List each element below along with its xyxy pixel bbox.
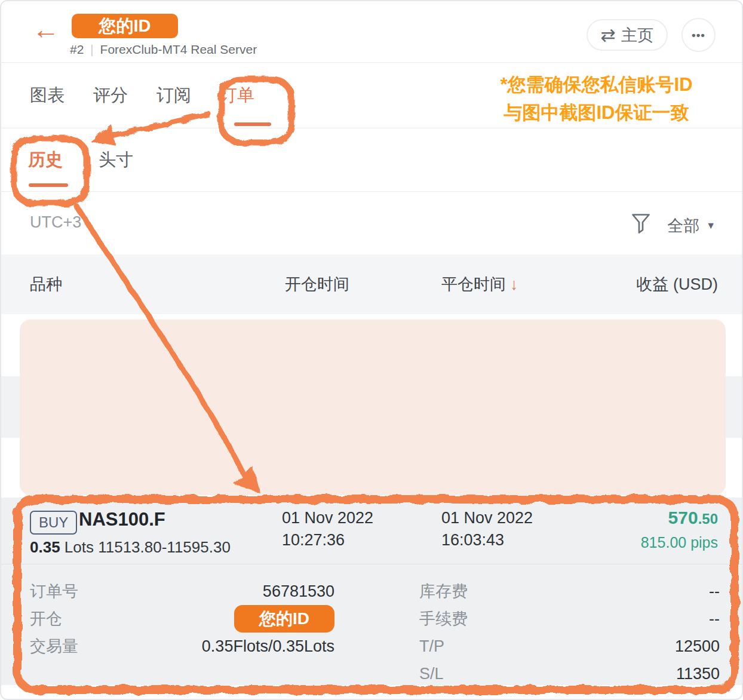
back-icon[interactable]: ← (32, 16, 60, 43)
column-profit: 收益 (USD) (637, 274, 719, 295)
header: ← 您的ID #2 | ForexClub-MT4 Real Server ⇄ … (1, 1, 742, 63)
redacted-area (20, 320, 726, 495)
detail-row-stoploss: S/L 11350 (419, 660, 720, 687)
detail-value: 56781530 (263, 582, 334, 601)
timezone-label: UTC+3 (30, 213, 81, 232)
filter-dropdown[interactable]: 全部 ▼ (667, 215, 716, 237)
open-date: 01 Nov 2022 (282, 507, 373, 529)
subtab-positions[interactable]: 头寸 (99, 148, 133, 172)
detail-row-commission: 手续费 -- (419, 605, 720, 633)
server-name: ForexClub-MT4 Real Server (100, 42, 257, 57)
home-button-label: 主页 (621, 24, 653, 46)
detail-value: 11350 (676, 665, 720, 683)
detail-value: 12500 (675, 637, 720, 656)
detail-value: 0.35Flots/0.35Lots (202, 637, 334, 656)
trading-app-window: ← 您的ID #2 | ForexClub-MT4 Real Server ⇄ … (0, 0, 743, 700)
detail-label: 交易量 (30, 635, 78, 657)
detail-row-volume: 交易量 0.35Flots/0.35Lots (30, 633, 334, 660)
more-options-button[interactable]: ••• (681, 18, 716, 52)
annotation-line2: 与图中截图ID保证一致 (484, 99, 708, 127)
home-button[interactable]: ⇄ 主页 (587, 19, 668, 51)
account-number: #2 (70, 42, 84, 57)
column-close-time-label: 平仓时间 (441, 274, 506, 295)
detail-label: 手续费 (419, 608, 468, 630)
account-id-badge: 您的ID (72, 14, 178, 38)
column-open-time: 开仓时间 (285, 274, 349, 295)
account-id-badge-small: 您的ID (234, 605, 334, 633)
order-close-time: 01 Nov 2022 16:03:43 (441, 507, 533, 551)
detail-label: 库存费 (419, 581, 468, 602)
swap-arrows-icon: ⇄ (601, 26, 616, 44)
order-volume-line: 0.35 Lots 11513.80-11595.30 (30, 538, 231, 557)
annotation-note: *您需确保您私信账号ID 与图中截图ID保证一致 (484, 70, 708, 127)
close-clock: 16:03:43 (441, 529, 533, 551)
detail-value: -- (709, 610, 720, 628)
detail-row-swap: 库存费 -- (419, 578, 720, 605)
detail-label: 订单号 (30, 581, 78, 602)
subtitle-separator: | (90, 43, 93, 57)
close-date: 01 Nov 2022 (441, 507, 533, 529)
annotation-line1: *您需确保您私信账号ID (484, 70, 708, 99)
detail-label: T/P (419, 637, 444, 656)
active-tab-underline (234, 122, 271, 126)
column-symbol: 品种 (30, 274, 62, 295)
subtab-history[interactable]: 历史 (28, 148, 63, 172)
filter-funnel-icon[interactable] (631, 213, 651, 234)
sub-tab-bar: 历史 头寸 (1, 128, 742, 192)
order-volume-detail: Lots 11513.80-11595.30 (60, 538, 231, 556)
filter-dropdown-label: 全部 (667, 215, 699, 237)
order-side-badge: BUY (30, 511, 77, 535)
chevron-down-icon: ▼ (706, 220, 716, 231)
profit-value: 570 (668, 508, 698, 527)
detail-label: 开仓 (30, 608, 62, 630)
order-open-time: 01 Nov 2022 10:27:36 (282, 507, 373, 551)
ellipsis-icon: ••• (692, 29, 705, 42)
table-header: 品种 开仓时间 平仓时间 ↓ 收益 (USD) (1, 254, 742, 314)
tab-chart[interactable]: 图表 (30, 84, 65, 108)
active-subtab-underline (29, 183, 68, 187)
order-card[interactable]: BUY NAS100.F 0.35 Lots 11513.80-11595.30… (1, 498, 742, 685)
detail-label: S/L (419, 665, 444, 683)
order-profit: 570.50 815.00 pips (641, 507, 718, 553)
sort-desc-icon: ↓ (510, 275, 518, 294)
order-symbol: NAS100.F (79, 509, 165, 530)
column-close-time[interactable]: 平仓时间 ↓ (441, 274, 518, 295)
tab-subscribe[interactable]: 订阅 (156, 84, 191, 108)
open-clock: 10:27:36 (282, 529, 373, 551)
account-subtitle: #2 | ForexClub-MT4 Real Server (70, 42, 257, 57)
profit-pips: 815.00 pips (641, 532, 718, 553)
detail-row-ticket: 订单号 56781530 (30, 578, 334, 605)
detail-value: -- (709, 582, 720, 601)
detail-row-takeprofit: T/P 12500 (419, 633, 720, 660)
detail-row-open-by: 开仓 您的ID (30, 605, 334, 633)
order-details-left: 订单号 56781530 开仓 您的ID 交易量 0.35Flots/0.35L… (30, 578, 334, 660)
order-volume: 0.35 (30, 538, 60, 556)
order-summary: BUY NAS100.F 0.35 Lots 11513.80-11595.30… (1, 498, 742, 564)
tab-rating[interactable]: 评分 (93, 84, 128, 108)
profit-decimals: .50 (698, 511, 718, 527)
order-list (1, 314, 742, 498)
order-details-right: 库存费 -- 手续费 -- T/P 12500 S/L 11350 (419, 578, 720, 687)
tab-orders[interactable]: 订单 (220, 84, 254, 108)
